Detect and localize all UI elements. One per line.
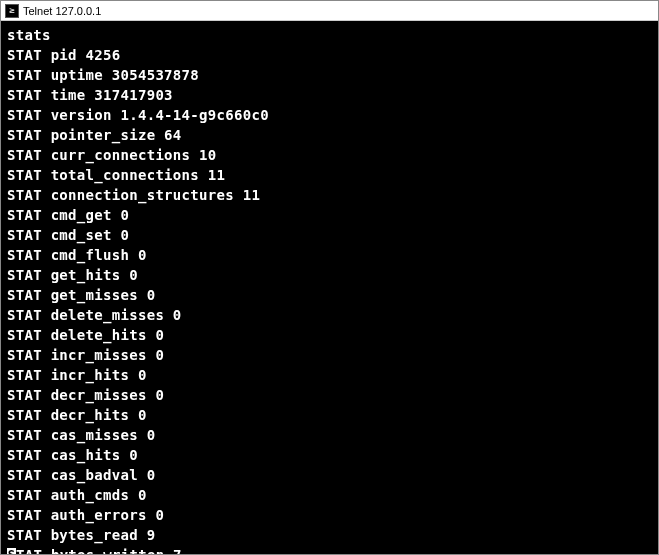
window-title: Telnet 127.0.0.1 [23, 5, 101, 17]
terminal-line: STAT pid 4256 [7, 45, 652, 65]
terminal-line: STAT cas_misses 0 [7, 425, 652, 445]
cmd-icon-glyph: ≥ [9, 6, 14, 15]
terminal-output[interactable]: stats STAT pid 4256STAT uptime 305453787… [1, 21, 658, 554]
terminal-line: STAT get_hits 0 [7, 265, 652, 285]
terminal-line: STAT cmd_set 0 [7, 225, 652, 245]
terminal-line: STAT connection_structures 11 [7, 185, 652, 205]
terminal-last-line-rest: TAT bytes_written 7 [16, 547, 182, 554]
terminal-line: STAT bytes_read 9 [7, 525, 652, 545]
terminal-line: STAT cas_hits 0 [7, 445, 652, 465]
terminal-command: stats [7, 25, 652, 45]
cursor-block: S [7, 548, 16, 554]
terminal-line: STAT cas_badval 0 [7, 465, 652, 485]
window-titlebar[interactable]: ≥ Telnet 127.0.0.1 [1, 1, 658, 21]
terminal-line: STAT time 317417903 [7, 85, 652, 105]
terminal-line: STAT auth_errors 0 [7, 505, 652, 525]
terminal-line: STAT decr_hits 0 [7, 405, 652, 425]
terminal-line: STAT curr_connections 10 [7, 145, 652, 165]
terminal-line: STAT cmd_get 0 [7, 205, 652, 225]
terminal-line: STAT incr_misses 0 [7, 345, 652, 365]
terminal-line: STAT decr_misses 0 [7, 385, 652, 405]
terminal-lines-container: STAT pid 4256STAT uptime 3054537878STAT … [7, 45, 652, 545]
terminal-last-line: STAT bytes_written 7 [7, 545, 652, 554]
terminal-line: STAT uptime 3054537878 [7, 65, 652, 85]
cmd-icon: ≥ [5, 4, 19, 18]
terminal-line: STAT delete_hits 0 [7, 325, 652, 345]
terminal-line: STAT version 1.4.4-14-g9c660c0 [7, 105, 652, 125]
terminal-line: STAT incr_hits 0 [7, 365, 652, 385]
terminal-line: STAT total_connections 11 [7, 165, 652, 185]
terminal-line: STAT pointer_size 64 [7, 125, 652, 145]
terminal-line: STAT delete_misses 0 [7, 305, 652, 325]
terminal-line: STAT cmd_flush 0 [7, 245, 652, 265]
terminal-line: STAT get_misses 0 [7, 285, 652, 305]
terminal-line: STAT auth_cmds 0 [7, 485, 652, 505]
